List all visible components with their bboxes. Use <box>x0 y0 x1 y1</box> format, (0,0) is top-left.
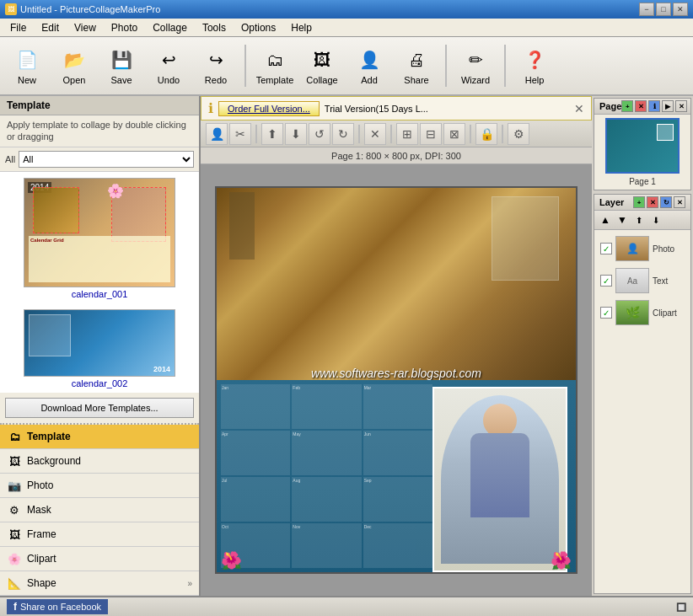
add-icon: 👤 <box>356 46 383 73</box>
share-facebook-button[interactable]: f Share on Facebook <box>7 599 108 614</box>
minimize-button[interactable]: − <box>639 3 654 16</box>
download-templates-button[interactable]: Download More Templates... <box>5 398 194 418</box>
layer-panel-buttons: + ✕ ↻ ✕ <box>633 196 685 208</box>
template-name-1: calendar_001 <box>72 289 128 299</box>
select-tool-button[interactable]: 👤 <box>206 123 228 145</box>
template-nav-icon: 🗂 <box>7 429 22 444</box>
layer-visibility-text[interactable]: ✓ <box>600 275 612 287</box>
layer-visibility-clipart[interactable]: ✓ <box>600 307 612 319</box>
redo-button[interactable]: ↪ Redo <box>194 41 238 90</box>
sidebar-item-shape[interactable]: 📐 Shape » <box>0 571 199 596</box>
page-panel-nav-button[interactable]: ▶ <box>662 100 674 112</box>
filter-row: All All Calendar Photo <box>0 147 199 172</box>
canvas-content[interactable]: www.softwares-rar.blogspot.com JanFebMar… <box>201 164 592 596</box>
titlebar-buttons[interactable]: − □ ✕ <box>639 3 688 16</box>
boy-photo <box>432 387 567 572</box>
sidebar-item-mask[interactable]: ⚙ Mask <box>0 498 199 522</box>
wizard-label: Wizard <box>461 75 490 85</box>
undo-button[interactable]: ↩ Undo <box>147 41 191 90</box>
layer-scroll-down-button[interactable]: ⬇ <box>648 212 663 228</box>
redo-icon: ↪ <box>202 46 229 73</box>
canvas-main-image[interactable]: www.softwares-rar.blogspot.com JanFebMar… <box>215 186 578 574</box>
trial-text: Trial Version(15 Days L... <box>325 104 428 114</box>
maximize-button[interactable]: □ <box>656 3 671 16</box>
layer-panel-close-button[interactable]: ✕ <box>674 196 685 208</box>
layer-scroll-up-button[interactable]: ⬆ <box>631 212 647 228</box>
help-button[interactable]: ❓ Help <box>513 41 556 90</box>
add-button[interactable]: 👤 Add <box>347 41 391 90</box>
wizard-button[interactable]: ✏ Wizard <box>454 41 497 90</box>
sidebar-item-template[interactable]: 🗂 Template <box>0 425 199 449</box>
template-button[interactable]: 🗂 Template <box>253 41 297 90</box>
main-layout: Template Apply template to collage by do… <box>0 96 693 596</box>
menu-collage[interactable]: Collage <box>146 20 194 35</box>
canvas-status-text: Page 1: 800 × 800 px, DPI: 300 <box>331 151 461 161</box>
share-icon: 🖨 <box>403 46 430 73</box>
menu-photo[interactable]: Photo <box>105 20 144 35</box>
open-icon: 📂 <box>61 46 88 73</box>
zoom-in-button[interactable]: ⊠ <box>443 123 465 145</box>
crop-tool-button[interactable]: ✂ <box>229 123 251 145</box>
layer-panel-add-button[interactable]: + <box>633 196 645 208</box>
template-item-2[interactable]: 2014 calendar_002 <box>3 307 196 391</box>
layer-panel-remove-button[interactable]: ✕ <box>647 196 658 208</box>
sidebar-item-frame[interactable]: 🖼 Frame <box>0 522 199 547</box>
page-thumb-1[interactable] <box>605 118 680 174</box>
layer-item-photo[interactable]: ✓ 👤 Photo <box>598 233 687 264</box>
menu-tools[interactable]: Tools <box>196 20 233 35</box>
close-button[interactable]: ✕ <box>673 3 688 16</box>
menu-help[interactable]: Help <box>284 20 319 35</box>
lock-button[interactable]: 🔒 <box>475 123 497 145</box>
sidebar-item-clipart[interactable]: 🌸 Clipart <box>0 547 199 571</box>
template-thumb-img-1: 2014 Calendar Grid 🌸 <box>24 178 175 287</box>
new-button[interactable]: 📄 New <box>5 41 49 90</box>
filter-select[interactable]: All Calendar Photo <box>19 151 194 168</box>
save-button[interactable]: 💾 Save <box>99 41 143 90</box>
layer-item-text[interactable]: ✓ Aa Text <box>598 265 687 296</box>
collage-button[interactable]: 🖼 Collage <box>300 41 344 90</box>
rotate-left-button[interactable]: ↺ <box>309 123 330 145</box>
page-panel-add-button[interactable]: + <box>621 100 633 112</box>
sidebar-item-background[interactable]: 🖼 Background <box>0 449 199 474</box>
layer-thumb-photo: 👤 <box>615 236 649 261</box>
delete-button[interactable]: ✕ <box>364 123 386 145</box>
page-thumbs: Page 1 <box>594 115 690 190</box>
page-panel-title: Page <box>599 101 621 111</box>
menu-view[interactable]: View <box>67 20 103 35</box>
page-panel-close-button[interactable]: ✕ <box>675 100 687 112</box>
calendar-grid: JanFebMar AprMayJun JulAugSep OctNovDec <box>221 384 432 568</box>
sidebar-nav: 🗂 Template 🖼 Background 📷 Photo ⚙ Mask 🖼… <box>0 423 199 596</box>
layer-move-down-button[interactable]: ▼ <box>615 212 630 228</box>
menu-file[interactable]: File <box>3 20 33 35</box>
move-up-button[interactable]: ⬆ <box>261 123 283 145</box>
layer-thumb-text: Aa <box>615 268 649 293</box>
notification-close-button[interactable]: ✕ <box>574 102 584 115</box>
menu-edit[interactable]: Edit <box>35 20 66 35</box>
titlebar: 🖼 Untitled - PictureCollageMakerPro − □ … <box>0 0 693 19</box>
share-label: Share <box>404 75 428 85</box>
canvas-toolbar-sep-3 <box>390 125 392 143</box>
save-label: Save <box>110 75 132 85</box>
sidebar-item-photo[interactable]: 📷 Photo <box>0 474 199 498</box>
undo-icon: ↩ <box>155 46 182 73</box>
page-panel-info-button[interactable]: ℹ <box>648 100 660 112</box>
zoom-out-button[interactable]: ⊟ <box>420 123 442 145</box>
page-panel-remove-button[interactable]: ✕ <box>635 100 647 112</box>
open-button[interactable]: 📂 Open <box>52 41 96 90</box>
help-label: Help <box>525 75 545 85</box>
share-button[interactable]: 🖨 Share <box>395 41 438 90</box>
page-thumb-label-1: Page 1 <box>629 177 656 186</box>
notification-bar: ℹ Order Full Version... Trial Version(15… <box>201 96 592 121</box>
layer-visibility-photo[interactable]: ✓ <box>600 243 612 254</box>
layer-panel-refresh-button[interactable]: ↻ <box>660 196 672 208</box>
order-full-version-button[interactable]: Order Full Version... <box>218 101 320 116</box>
menu-options[interactable]: Options <box>234 20 282 35</box>
rotate-right-button[interactable]: ↻ <box>332 123 354 145</box>
move-down-button[interactable]: ⬇ <box>285 123 307 145</box>
layer-item-clipart[interactable]: ✓ 🌿 Clipart <box>598 297 687 328</box>
settings-button[interactable]: ⚙ <box>508 123 529 145</box>
template-item-1[interactable]: 2014 Calendar Grid 🌸 calendar_001 <box>3 175 196 302</box>
fit-button[interactable]: ⊞ <box>396 123 418 145</box>
save-icon: 💾 <box>108 46 135 73</box>
layer-move-up-button[interactable]: ▲ <box>598 212 613 228</box>
